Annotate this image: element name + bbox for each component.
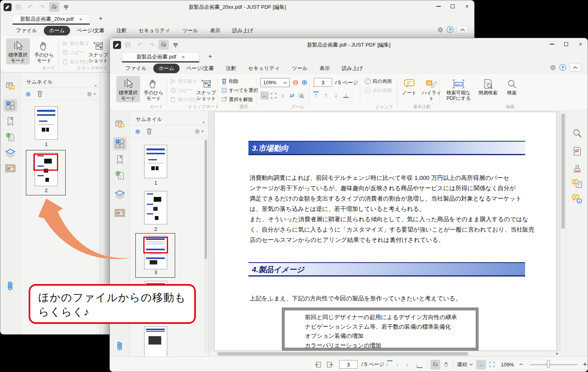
status-hand-mode-button[interactable]	[441, 360, 451, 370]
menu-file[interactable]: ファイル	[11, 26, 42, 35]
thumbnail-page-5[interactable]	[144, 326, 167, 356]
document-area[interactable]: 3.市場動向 消費動向調査によれば、前回モデルチェンジ時に比べて年収 1,000…	[209, 111, 561, 352]
menu-security[interactable]: セキュリティ	[243, 64, 285, 73]
standard-select-mode-button[interactable]: 標準選択 モード	[6, 38, 30, 64]
maximize-button[interactable]	[559, 38, 573, 50]
panel-scrollbar[interactable]	[204, 139, 207, 354]
previous-view-button[interactable]: ↑ 前の画面	[365, 77, 392, 85]
first-page-button[interactable]: ↑	[312, 92, 320, 98]
vertical-scroll-thumb[interactable]	[561, 113, 565, 229]
select-all-button[interactable]: すべてを選択	[221, 86, 258, 94]
add-page-button[interactable]: ⊕	[135, 128, 140, 135]
select-tool-button[interactable]	[158, 40, 169, 50]
last-page-button[interactable]: ↓	[416, 360, 424, 368]
menu-home[interactable]: ホーム	[153, 64, 180, 73]
maximize-button[interactable]	[445, 0, 460, 12]
comment-list-panel-icon[interactable]	[570, 178, 584, 191]
comments-panel-icon[interactable]	[4, 80, 17, 93]
standard-select-mode-button[interactable]: 標準選択 モード	[116, 76, 140, 102]
previous-page-button[interactable]: ↑	[396, 360, 404, 368]
tab-close-icon[interactable]: ×	[79, 16, 82, 22]
save-button[interactable]	[123, 40, 133, 50]
copy-button[interactable]: コピー	[63, 49, 85, 56]
horizontal-scroll-thumb[interactable]	[217, 352, 468, 356]
zoom-out-button[interactable]: −	[519, 357, 523, 372]
note-button[interactable]: ノート	[400, 76, 419, 102]
destinations-panel-icon[interactable]	[4, 131, 17, 144]
delete-button[interactable]: 削除	[221, 77, 238, 85]
document-tab[interactable]: 新製品企画書_20xx.pdf ×	[12, 14, 90, 25]
search-panel-icon[interactable]	[570, 127, 584, 140]
previous-page-button[interactable]: ↑	[322, 92, 330, 98]
thumbnail-page-1[interactable]	[35, 106, 58, 140]
snapshot-button[interactable]: スナップ ショット	[86, 38, 110, 64]
minimize-button[interactable]	[431, 0, 445, 12]
paste-button[interactable]: 貼り付け	[63, 58, 90, 66]
search-button[interactable]: 検索	[502, 76, 522, 102]
tab-close-icon[interactable]: ×	[182, 54, 185, 60]
panel-options-button[interactable]: ▾	[194, 129, 203, 134]
menu-read-aloud[interactable]: 読み上げ	[337, 64, 368, 73]
collapse-ribbon-button[interactable]	[569, 63, 581, 72]
redaction-panel-icon[interactable]	[570, 145, 584, 158]
last-page-button[interactable]: ↓	[342, 92, 350, 98]
first-page-button[interactable]: ↑	[386, 360, 394, 368]
comment-info-panel-icon[interactable]	[570, 193, 584, 206]
settings-gear-icon[interactable]	[437, 27, 443, 33]
page-number-input[interactable]	[314, 78, 332, 87]
help-icon[interactable]: ?	[447, 26, 453, 33]
snapshot-button[interactable]: スナップ ショット	[194, 76, 218, 102]
hand-mode-button[interactable]: 手のひら モード	[32, 38, 56, 64]
scroll-right-arrow[interactable]: ▶	[556, 352, 559, 355]
hand-mode-button[interactable]: 手のひら モード	[142, 76, 166, 102]
status-select-mode-button[interactable]	[430, 360, 440, 370]
thumbnail-page-2[interactable]	[144, 191, 167, 224]
quick-menu-button[interactable]	[61, 2, 71, 12]
menu-view[interactable]: 表示	[315, 64, 335, 73]
menu-tools[interactable]: ツール	[177, 26, 203, 35]
menu-file[interactable]: ファイル	[120, 64, 152, 73]
thumbnails-panel-icon[interactable]	[113, 137, 127, 150]
signature-panel-icon[interactable]	[4, 162, 17, 175]
make-searchable-pdf-button[interactable]: abc 検索可能な PDFにする	[443, 76, 474, 102]
document-tab[interactable]: 新製品企画書.pdf ×	[122, 52, 199, 62]
fit-visible-button[interactable]: ⇄	[288, 92, 296, 99]
save-button[interactable]	[13, 2, 23, 12]
cut-button[interactable]: 切り取り	[170, 77, 197, 85]
copy-button[interactable]: コピー	[170, 86, 193, 94]
status-fit-page-button[interactable]	[487, 360, 497, 370]
next-page-button[interactable]: ↓	[406, 360, 414, 368]
zoom-in-button[interactable]: +	[583, 357, 587, 372]
menu-annotation[interactable]: 注釈	[221, 64, 241, 73]
new-tab-button[interactable]: +	[205, 53, 215, 60]
delete-page-button[interactable]	[37, 91, 43, 97]
next-view-button[interactable]: ↓ 次の画面	[365, 86, 392, 94]
zoom-level-combo[interactable]: 109%	[260, 78, 290, 87]
menu-tools[interactable]: ツール	[287, 64, 313, 73]
layers-panel-icon[interactable]	[4, 147, 17, 160]
zoom-in-button[interactable]: ⊕	[301, 78, 307, 87]
paste-button[interactable]: 貼り付け	[170, 95, 197, 103]
view-mode-dropdown[interactable]: 連続	[457, 357, 473, 372]
signature-panel-icon[interactable]	[113, 206, 127, 219]
bookmarks-panel-icon[interactable]	[4, 115, 17, 128]
menu-security[interactable]: セキュリティ	[133, 26, 176, 35]
add-page-button[interactable]: ⊕	[25, 90, 31, 98]
quick-menu-button[interactable]	[170, 40, 181, 50]
thumbnail-page-1[interactable]	[144, 145, 167, 178]
attachments-panel-icon[interactable]	[4, 280, 17, 292]
bookmarks-panel-icon[interactable]	[113, 153, 127, 166]
destinations-panel-icon[interactable]	[113, 169, 127, 182]
redo-button[interactable]: ↷	[37, 2, 47, 12]
menu-page-document[interactable]: ページ/文書	[181, 64, 219, 73]
zoom-area-button[interactable]	[297, 92, 305, 99]
menu-read-aloud[interactable]: 読み上げ	[227, 26, 259, 35]
fit-width-button[interactable]: ↔	[260, 92, 269, 99]
fit-height-button[interactable]: ↕	[279, 92, 287, 99]
zoom-out-button[interactable]: ⊖	[293, 78, 299, 87]
status-fit-width-button[interactable]: ↔	[476, 360, 486, 370]
close-button[interactable]: ×	[460, 0, 474, 12]
zoom-slider-thumb[interactable]	[547, 360, 550, 368]
close-button[interactable]: ×	[573, 38, 588, 50]
undo-button[interactable]: ↶	[135, 40, 145, 50]
